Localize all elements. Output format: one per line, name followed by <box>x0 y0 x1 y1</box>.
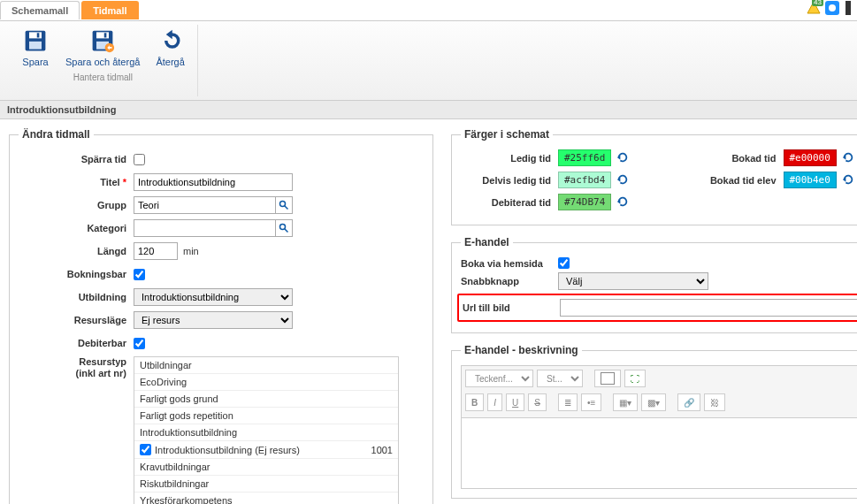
resurs-label: Introduktionsutbildning <box>140 427 237 438</box>
search-icon <box>279 200 289 210</box>
swatch-ledig[interactable]: #25ff6d <box>558 149 611 166</box>
resurstyp-list: UtbildningarEcoDrivingFarligt gods grund… <box>134 356 399 504</box>
table-button[interactable]: ▦▾ <box>613 393 638 411</box>
grupp-input[interactable] <box>134 196 275 214</box>
snabbknapp-select[interactable]: Välj <box>558 272 708 290</box>
italic-button[interactable]: I <box>487 393 502 411</box>
label-bokningsbar: Bokningsbar <box>19 269 134 279</box>
debiterbar-checkbox[interactable] <box>134 338 145 349</box>
editor-btn-a[interactable] <box>594 370 621 387</box>
svg-rect-10 <box>104 33 107 37</box>
underline-button[interactable]: U <box>506 393 524 411</box>
link-button[interactable]: 🔗 <box>677 393 700 411</box>
app-icon-1[interactable] <box>825 1 839 17</box>
swatch-bokad[interactable]: #e00000 <box>784 149 837 166</box>
label-ledig: Ledig tid <box>461 153 558 164</box>
label-resurstyp: Resurstyp(inkl art nr) <box>19 356 134 379</box>
bokningsbar-checkbox[interactable] <box>134 269 145 280</box>
label-kategori: Kategori <box>19 223 134 233</box>
label-grupp: Grupp <box>19 200 134 210</box>
list-item[interactable]: Farligt gods repetition <box>134 408 398 424</box>
svg-rect-7 <box>29 42 42 50</box>
return-button[interactable]: Återgå <box>152 25 187 69</box>
app-icon-2[interactable] <box>843 1 853 17</box>
save-return-button[interactable]: Spara och återgå <box>62 25 143 69</box>
save-button[interactable]: Spara <box>18 25 53 69</box>
kategori-input[interactable] <box>134 219 275 237</box>
utbildning-select[interactable]: Introduktionsutbildning <box>134 288 293 306</box>
list-item[interactable]: Introduktionsutbildning <box>134 424 398 441</box>
revert-delvis[interactable] <box>616 173 629 187</box>
revert-icon <box>842 173 854 186</box>
swatch-delvis[interactable]: #acfbd4 <box>558 172 611 188</box>
resurs-artnr: 1001 <box>371 445 393 455</box>
bold-button[interactable]: B <box>465 393 484 411</box>
url-bild-input[interactable] <box>560 299 857 317</box>
swatch-debiterad[interactable]: #74DB74 <box>558 194 611 210</box>
strike-button[interactable]: S <box>528 393 547 411</box>
list-unordered-button[interactable]: •≡ <box>581 393 601 411</box>
svg-point-13 <box>280 202 286 207</box>
label-sparra: Spärra tid <box>19 154 134 164</box>
editor-body[interactable] <box>461 418 857 489</box>
legend-andra-tidmall: Ändra tidmall <box>19 128 94 141</box>
svg-rect-6 <box>37 33 40 37</box>
tab-tidmall[interactable]: Tidmall <box>81 1 138 19</box>
svg-rect-9 <box>96 32 109 38</box>
list-item[interactable]: Riskutbildningar <box>134 476 398 493</box>
list-item[interactable]: Utbildningar <box>134 357 398 374</box>
swatch-bokad-elev[interactable]: #00b4e0 <box>784 172 837 188</box>
list-item[interactable]: Yrkesförarkompetens <box>134 493 398 504</box>
kategori-lookup-button[interactable] <box>275 219 293 237</box>
list-item[interactable]: Kravutbildningar <box>134 459 398 476</box>
revert-icon <box>842 151 854 164</box>
revert-bokad-elev[interactable] <box>842 173 854 187</box>
label-langd: Längd <box>19 246 134 256</box>
label-titel: Titel * <box>19 177 134 187</box>
label-boka-hemsida: Boka via hemsida <box>461 258 558 269</box>
square-icon <box>601 372 615 385</box>
svg-rect-3 <box>846 1 851 15</box>
editor-toolbar: Teckenf... St... ⛶ B I U S ≣ •≡ ▦▾ ▩▾ <box>461 365 857 418</box>
resurslage-select[interactable]: Ej resurs <box>134 311 293 329</box>
revert-icon <box>616 195 629 208</box>
langd-input[interactable] <box>134 242 178 260</box>
svg-line-14 <box>285 206 288 210</box>
revert-icon <box>616 151 629 164</box>
grupp-lookup-button[interactable] <box>275 196 293 214</box>
image-button[interactable]: ▩▾ <box>641 393 666 411</box>
search-icon <box>279 223 289 233</box>
list-item[interactable]: Farligt gods grund <box>134 391 398 408</box>
unlink-button[interactable]: ⛓ <box>704 393 725 411</box>
return-arrow-icon <box>157 27 185 55</box>
resurs-checkbox[interactable] <box>140 444 151 455</box>
notifications-icon[interactable]: 43 <box>806 0 822 18</box>
svg-point-15 <box>280 225 286 230</box>
floppy-icon <box>21 27 50 55</box>
svg-line-16 <box>285 229 288 233</box>
editor-fullscreen[interactable]: ⛶ <box>624 370 646 387</box>
label-debiterad: Debiterad tid <box>461 197 558 208</box>
revert-icon <box>616 173 629 186</box>
titel-input[interactable] <box>134 173 293 191</box>
list-item[interactable]: Introduktionsutbildning (Ej resurs)1001 <box>134 441 398 459</box>
label-bokad-elev: Bokad tid elev <box>686 175 784 186</box>
resurs-label: Kravutbildningar <box>140 462 210 472</box>
resurs-label: Yrkesförarkompetens <box>140 495 233 504</box>
revert-ledig[interactable] <box>616 151 629 165</box>
label-snabbknapp: Snabbknapp <box>461 276 558 286</box>
tab-schemamall[interactable]: Schemamall <box>0 1 80 19</box>
font-size-select[interactable]: St... <box>537 370 583 387</box>
sparra-checkbox[interactable] <box>134 154 145 165</box>
ribbon-group-label: Hantera tidmall <box>73 73 133 82</box>
label-delvis: Delvis ledig tid <box>461 175 558 186</box>
boka-hemsida-checkbox[interactable] <box>558 257 570 269</box>
url-highlight-box: Url till bild <box>457 294 857 322</box>
list-item[interactable]: EcoDriving <box>134 374 398 391</box>
revert-bokad[interactable] <box>842 151 854 165</box>
font-family-select[interactable]: Teckenf... <box>465 370 533 387</box>
svg-rect-5 <box>29 32 42 38</box>
label-resurslage: Resursläge <box>19 315 134 325</box>
list-ordered-button[interactable]: ≣ <box>558 393 578 411</box>
revert-debiterad[interactable] <box>616 195 629 210</box>
